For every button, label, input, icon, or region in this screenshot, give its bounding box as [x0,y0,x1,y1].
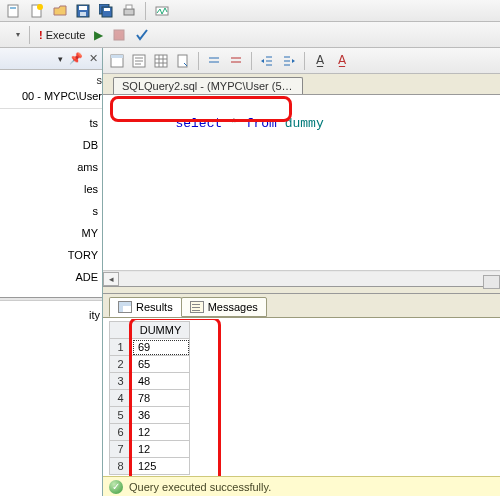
sql-keyword: from [246,116,277,131]
print-icon[interactable] [119,1,139,21]
tree-item[interactable]: TORY [0,249,100,261]
new-query-icon[interactable] [4,1,24,21]
execute-label: Execute [46,29,86,41]
tab-results[interactable]: Results [109,297,182,317]
specify-values-icon[interactable]: A̲ [310,51,330,71]
svg-rect-13 [114,30,124,40]
execute-bang-icon: ! [39,29,43,41]
row-header-corner [110,322,132,339]
execute-button[interactable]: ! Execute [36,29,88,41]
uncomment-icon[interactable] [226,51,246,71]
table-row: 478 [110,390,190,407]
tree-item[interactable]: ams [0,161,100,173]
table-row: 712 [110,441,190,458]
toolbar-separator [304,52,305,70]
stop-icon[interactable] [109,25,129,45]
indent-icon[interactable] [279,51,299,71]
results-to-file-icon[interactable] [173,51,193,71]
tab-messages-label: Messages [208,301,258,313]
svg-rect-6 [80,12,86,16]
sidebar-title-cut: s [0,70,102,88]
svg-rect-11 [126,5,132,9]
editor-results-splitter[interactable] [103,286,500,294]
tree-item[interactable]: ts [0,117,100,129]
object-explorer-header: ▾ 📌 ✕ [0,48,102,70]
toolbar-separator [198,52,199,70]
results-grid[interactable]: DUMMY 169 265 348 478 536 612 712 8125 [109,321,190,475]
svg-point-3 [37,4,43,10]
grid-icon [118,301,132,313]
new-file-icon[interactable] [27,1,47,21]
object-explorer-panel: ▾ 📌 ✕ s 00 - MYPC\User ts DB ams les s M… [0,48,103,496]
status-message: Query executed successfully. [129,481,271,493]
play-icon: ▶ [94,28,103,42]
scroll-track[interactable] [119,272,500,286]
editor-tab[interactable]: SQLQuery2.sql - (MYPC\User (52))* [113,77,303,94]
svg-rect-20 [155,55,167,67]
dropdown-icon[interactable]: ▾ [58,54,63,64]
pin-icon[interactable]: 📌 [69,52,83,65]
close-icon[interactable]: ✕ [89,52,98,65]
svg-rect-9 [104,8,110,11]
toolbar-separator [145,2,146,20]
editor-tabbar: SQLQuery2.sql - (MYPC\User (52))* [103,74,500,94]
sql-editor[interactable]: select * from dummy [103,94,500,270]
tab-messages[interactable]: Messages [181,297,267,317]
activity-monitor-icon[interactable] [152,1,172,21]
sidebar-bottom-item[interactable]: ity [0,301,102,323]
table-row: 612 [110,424,190,441]
svg-rect-1 [10,7,16,9]
sql-keyword: select [175,116,222,131]
toolbar-editor: A̲ A̲ [103,48,500,74]
database-dropdown-icon[interactable] [107,51,127,71]
results-tabbar: Results Messages [103,294,500,318]
table-row: 536 [110,407,190,424]
table-row: 169 [110,339,190,356]
success-icon: ✓ [109,480,123,494]
table-row: 348 [110,373,190,390]
sql-operator: * [230,116,238,131]
toolbar-separator [251,52,252,70]
sql-identifier: dummy [285,116,324,131]
open-icon[interactable] [50,1,70,21]
object-explorer-tree[interactable]: ts DB ams les s MY TORY ADE [0,109,102,291]
svg-rect-5 [79,6,87,10]
tab-results-label: Results [136,301,173,313]
tree-item[interactable]: MY [0,227,100,239]
svg-rect-10 [124,9,134,15]
intellisense-icon[interactable]: A̲ [332,51,352,71]
results-grid-panel: DUMMY 169 265 348 478 536 612 712 8125 [103,318,500,496]
tree-item[interactable]: les [0,183,100,195]
status-bar: ✓ Query executed successfully. [103,476,500,496]
messages-icon [190,301,204,313]
editor-horizontal-scrollbar[interactable]: ◂ [103,270,500,286]
results-to-text-icon[interactable] [129,51,149,71]
save-icon[interactable] [73,1,93,21]
svg-rect-15 [111,55,123,58]
comment-icon[interactable] [204,51,224,71]
debug-button[interactable]: ▶ [91,28,106,42]
tree-item[interactable]: ADE [0,271,100,283]
results-to-grid-icon[interactable] [151,51,171,71]
svg-rect-0 [8,5,18,17]
save-all-icon[interactable] [96,1,116,21]
tree-item[interactable]: s [0,205,100,217]
editor-results-area: A̲ A̲ SQLQuery2.sql - (MYPC\User (52))* … [103,48,500,496]
sidebar-connection-cut: 00 - MYPC\User [0,88,102,109]
outdent-icon[interactable] [257,51,277,71]
toolbar-query: ▾ ! Execute ▶ [0,22,500,48]
dropdown-icon[interactable]: ▾ [16,30,20,39]
toolbar-file [0,0,500,22]
parse-icon[interactable] [132,25,152,45]
column-header[interactable]: DUMMY [132,322,190,339]
tree-item[interactable]: DB [0,139,100,151]
table-row: 265 [110,356,190,373]
toolbar-separator [29,26,30,44]
table-row: 8125 [110,458,190,475]
scroll-left-icon[interactable]: ◂ [103,272,119,286]
